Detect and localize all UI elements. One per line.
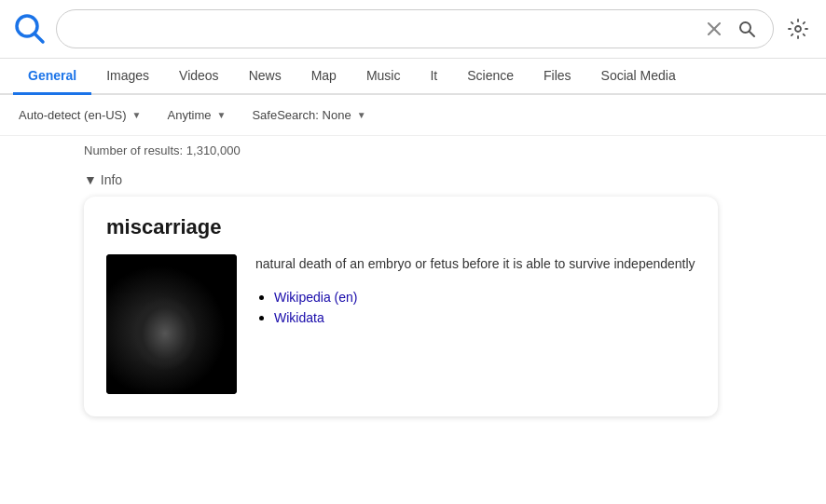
settings-button[interactable]	[783, 14, 813, 44]
wikidata-link[interactable]: Wikidata	[274, 310, 324, 325]
tab-music[interactable]: Music	[351, 59, 416, 95]
info-title: miscarriage	[106, 215, 695, 239]
info-links: Wikipedia (en) Wikidata	[255, 289, 695, 326]
info-card: miscarriage natural death of an embryo o…	[84, 197, 718, 416]
language-label: Auto-detect (en-US)	[19, 108, 127, 122]
info-toggle[interactable]: ▼ Info	[84, 172, 742, 187]
time-chevron-icon: ▼	[216, 110, 226, 120]
safesearch-chevron-icon: ▼	[357, 110, 366, 120]
safesearch-label: SafeSearch: None	[252, 108, 351, 122]
tab-science[interactable]: Science	[452, 59, 529, 95]
language-filter[interactable]: Auto-detect (en-US) ▼	[13, 104, 147, 126]
svg-point-6	[795, 26, 801, 32]
tab-map[interactable]: Map	[296, 59, 351, 95]
svg-line-5	[750, 32, 754, 36]
search-button[interactable]	[734, 16, 760, 42]
list-item: Wikipedia (en)	[274, 289, 695, 306]
filters-row: Auto-detect (en-US) ▼ Anytime ▼ SafeSear…	[0, 95, 826, 136]
tab-images[interactable]: Images	[91, 59, 164, 95]
language-chevron-icon: ▼	[132, 110, 142, 120]
nav-tabs: General Images Videos News Map Music It …	[0, 59, 826, 95]
tab-social-media[interactable]: Social Media	[586, 59, 691, 95]
info-section: ▼ Info miscarriage natural death of an e…	[0, 165, 826, 431]
time-filter[interactable]: Anytime ▼	[162, 104, 232, 126]
info-content: natural death of an embryo or fetus befo…	[255, 254, 695, 330]
logo-icon[interactable]	[13, 12, 47, 46]
clear-button[interactable]	[702, 17, 726, 41]
info-description: natural death of an embryo or fetus befo…	[255, 254, 695, 274]
svg-line-1	[34, 34, 43, 42]
wikipedia-link[interactable]: Wikipedia (en)	[274, 290, 357, 305]
tab-videos[interactable]: Videos	[164, 59, 234, 95]
header: spontaneous	[0, 0, 826, 59]
info-body: natural death of an embryo or fetus befo…	[106, 254, 695, 394]
safesearch-filter[interactable]: SafeSearch: None ▼	[246, 104, 371, 126]
tab-files[interactable]: Files	[529, 59, 586, 95]
list-item: Wikidata	[274, 309, 695, 326]
tab-it[interactable]: It	[415, 59, 452, 95]
search-bar: spontaneous	[56, 9, 774, 48]
search-input[interactable]: spontaneous	[70, 20, 695, 37]
info-image	[106, 254, 237, 394]
tab-news[interactable]: News	[234, 59, 296, 95]
results-count: Number of results: 1,310,000	[0, 136, 826, 165]
tab-general[interactable]: General	[13, 59, 91, 95]
time-label: Anytime	[168, 108, 212, 122]
